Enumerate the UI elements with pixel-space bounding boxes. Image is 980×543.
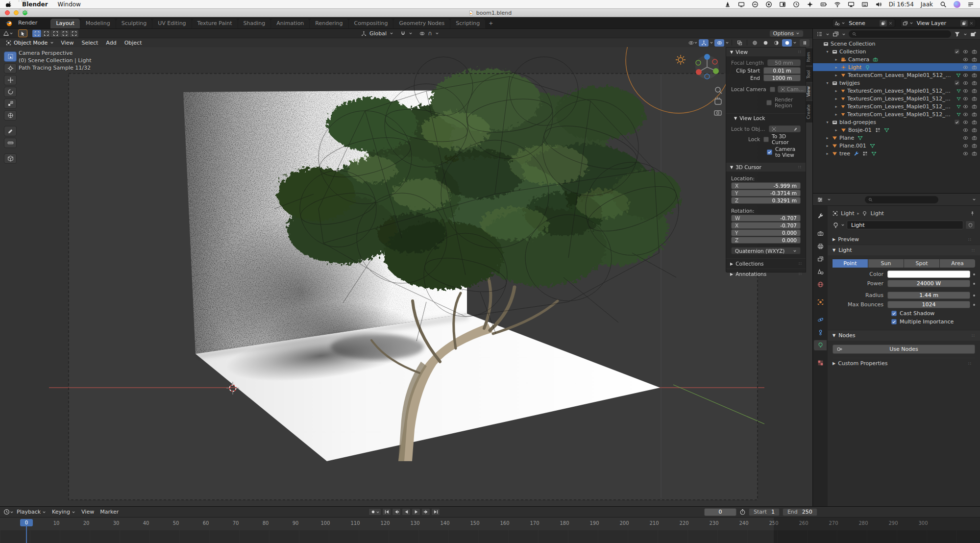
options-button[interactable]: Options — [769, 30, 804, 37]
siri-icon[interactable] — [954, 1, 960, 8]
cursor-location-field[interactable]: X-5.999 m — [731, 182, 801, 189]
eyedropper-icon[interactable] — [793, 127, 798, 131]
add-workspace-button[interactable]: + — [485, 19, 496, 28]
creative-cloud-status-icon[interactable] — [752, 1, 759, 8]
workspace-tab-rendering[interactable]: Rendering — [310, 19, 348, 28]
sparkle-status-icon[interactable] — [807, 1, 813, 8]
preview-panel-header[interactable]: ▶Preview∷ — [833, 234, 975, 245]
light-type-button-area[interactable]: Area — [940, 259, 975, 268]
display-status-icon[interactable] — [738, 1, 745, 8]
workspace-tab-modeling[interactable]: Modeling — [80, 19, 116, 28]
cursor-panel-header[interactable]: ▼3D Cursor∷ — [726, 163, 806, 172]
power-field[interactable]: 24000 W — [887, 280, 970, 287]
mesh-data-icon[interactable] — [884, 127, 889, 133]
topbar-menu[interactable]: Render — [15, 17, 43, 28]
airplay-status-icon[interactable] — [848, 1, 855, 8]
cast-shadow-checkbox[interactable] — [891, 311, 897, 316]
camera-data-icon[interactable] — [873, 57, 878, 62]
disable-in-render-icon[interactable] — [972, 49, 977, 54]
expand-arrow-icon[interactable]: ▸ — [833, 104, 839, 109]
animate-dot[interactable] — [973, 273, 975, 275]
timeline-track[interactable] — [0, 530, 980, 543]
disable-in-render-icon[interactable] — [972, 80, 977, 86]
render-pause-button[interactable] — [800, 39, 809, 47]
timeline-menu-view[interactable]: View — [78, 509, 97, 515]
tool-measure[interactable] — [4, 138, 17, 148]
topbar-menu[interactable]: Edit — [15, 6, 43, 17]
vgroup-icon[interactable] — [862, 151, 868, 156]
hide-in-viewport-icon[interactable] — [963, 73, 968, 78]
properties-search-input[interactable] — [865, 196, 938, 203]
tool-move[interactable] — [4, 75, 17, 85]
render-region-checkbox[interactable] — [766, 100, 772, 105]
menubar-clock[interactable]: Di 16:54 — [889, 1, 914, 8]
expand-arrow-icon[interactable]: ▸ — [833, 97, 839, 101]
new-scene-button[interactable] — [880, 20, 887, 26]
properties-tab-view-layer[interactable] — [814, 254, 827, 264]
blender-logo-icon[interactable] — [5, 19, 13, 27]
notification-center-icon[interactable] — [967, 1, 974, 8]
n-panel-tab-item[interactable]: Item — [806, 49, 812, 66]
timeline-menu-playback[interactable]: Playback — [14, 509, 49, 515]
collections-panel-header[interactable]: ▶Collections∷ — [726, 258, 806, 269]
viewport-menu[interactable]: Object — [121, 40, 146, 46]
cursor-rotation-field[interactable]: Y0.000 — [731, 229, 801, 236]
expand-arrow-icon[interactable]: ▸ — [833, 128, 839, 132]
hide-in-viewport-icon[interactable] — [963, 88, 968, 94]
hide-in-viewport-icon[interactable] — [963, 143, 968, 148]
hide-in-viewport-icon[interactable] — [963, 80, 968, 86]
timeline-menu-marker[interactable]: Marker — [97, 509, 122, 515]
tool-add-cube[interactable] — [4, 153, 17, 164]
light-type-button-sun[interactable]: Sun — [868, 259, 904, 268]
light-data-icon[interactable] — [865, 65, 870, 70]
collection-checkbox[interactable] — [955, 49, 959, 54]
jump-to-start-button[interactable] — [382, 508, 391, 516]
editor-type-icon[interactable] — [3, 30, 9, 37]
outliner-row[interactable]: ▸TexturesCom_Leaves_Maple01_512_albedo.0… — [813, 95, 980, 102]
local-camera-checkbox[interactable] — [770, 87, 775, 92]
menubar-user[interactable]: Jaak — [921, 1, 933, 8]
start-frame-field[interactable]: Start1 — [749, 508, 780, 516]
input-source-status-icon[interactable] — [861, 1, 868, 8]
active-tool-button[interactable] — [18, 29, 27, 37]
end-frame-field[interactable]: End250 — [783, 508, 817, 516]
mesh-data-icon[interactable] — [956, 96, 961, 101]
auto-keying-button[interactable] — [368, 508, 381, 516]
shading-wireframe-button[interactable] — [750, 39, 760, 47]
outliner-row[interactable]: ▸tree — [813, 149, 980, 157]
properties-tab-physics[interactable] — [814, 315, 827, 325]
expand-arrow-icon[interactable]: ▾ — [825, 120, 830, 124]
tool-annotate[interactable] — [4, 126, 17, 136]
proportional-editing-icon[interactable] — [419, 31, 425, 36]
disable-in-render-icon[interactable] — [972, 120, 977, 125]
workspace-tab-texture-paint[interactable]: Texture Paint — [192, 19, 238, 28]
expand-arrow-icon[interactable]: ▸ — [833, 89, 839, 93]
rotation-mode-dropdown[interactable]: Quaternion (WXYZ) — [731, 247, 801, 254]
new-view-layer-button[interactable] — [960, 20, 968, 26]
spotlight-search-icon[interactable] — [940, 1, 947, 8]
light-data-icon[interactable] — [833, 222, 839, 228]
nodes-panel-header[interactable]: ▼Nodes∷ — [828, 330, 980, 341]
hide-in-viewport-icon[interactable] — [963, 127, 968, 133]
n-panel-tab-tool[interactable]: Tool — [806, 67, 812, 82]
disable-in-render-icon[interactable] — [972, 65, 977, 70]
hide-in-viewport-icon[interactable] — [963, 135, 968, 141]
view-panel-header[interactable]: ▼View∷ — [726, 48, 806, 56]
animate-dot[interactable] — [973, 304, 975, 306]
current-frame-field[interactable]: 0 — [704, 508, 736, 516]
show-gizmo-dropdown[interactable] — [688, 39, 698, 47]
use-nodes-button[interactable]: Use Nodes — [833, 345, 975, 354]
transform-orientation-value[interactable]: Global — [369, 30, 387, 37]
playhead-line[interactable] — [26, 530, 27, 543]
outliner-search-input[interactable] — [849, 30, 951, 38]
time-machine-status-icon[interactable] — [793, 1, 800, 8]
hide-in-viewport-icon[interactable] — [963, 65, 968, 70]
chevron-down-icon[interactable] — [725, 41, 729, 45]
xray-toggle[interactable] — [735, 39, 744, 47]
disable-in-render-icon[interactable] — [972, 96, 977, 101]
n-panel-tab-view[interactable]: View — [806, 83, 812, 100]
outliner-row[interactable]: ▸TexturesCom_Leaves_Maple01_512_albedo.0… — [813, 102, 980, 110]
clip-start-field[interactable]: 0.01 m — [763, 67, 801, 74]
light-data-icon[interactable] — [862, 211, 867, 216]
shading-material-button[interactable] — [771, 39, 781, 47]
